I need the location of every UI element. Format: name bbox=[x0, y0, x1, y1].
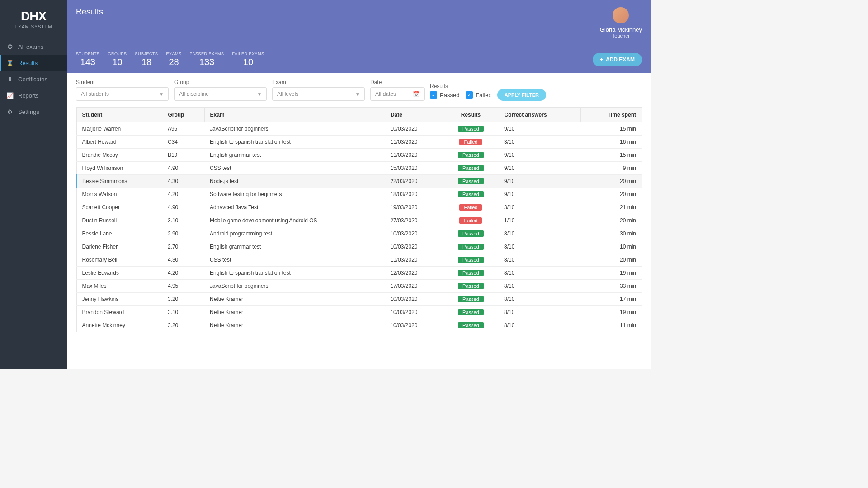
stat-box: EXAMS28 bbox=[166, 52, 182, 67]
stat-value: 133 bbox=[190, 57, 224, 67]
cell-student: Jenny Hawkins bbox=[76, 293, 162, 306]
table-row[interactable]: Jenny Hawkins3.20Nettie Kramer10/03/2020… bbox=[76, 293, 642, 306]
table-row[interactable]: Marjorie WarrenA95JavaScript for beginne… bbox=[76, 122, 642, 136]
table-row[interactable]: Brandon Steward3.10Nettie Kramer10/03/20… bbox=[76, 306, 642, 319]
cell-result: Failed bbox=[443, 214, 499, 227]
apply-filter-button[interactable]: APPLY FILTER bbox=[497, 89, 546, 101]
stat-label: FAILED EXAMS bbox=[232, 52, 264, 56]
table-row[interactable]: Max Miles4.95JavaScript for beginners17/… bbox=[76, 280, 642, 293]
table-row[interactable]: Darlene Fisher2.70English grammar test10… bbox=[76, 240, 642, 253]
table-row[interactable]: Morris Watson4.20Software testing for be… bbox=[76, 188, 642, 201]
table-row[interactable]: Rosemary Bell4.30CSS test11/03/2020Passe… bbox=[76, 253, 642, 267]
cell-time: 19 min bbox=[581, 306, 642, 319]
status-badge: Passed bbox=[458, 178, 484, 184]
cell-correct: 9/10 bbox=[499, 149, 581, 162]
cell-result: Passed bbox=[443, 319, 499, 332]
sidebar-item-reports[interactable]: 📈 Reports bbox=[0, 87, 67, 103]
stat-label: PASSED EXAMS bbox=[190, 52, 224, 56]
filter-label-date: Date bbox=[370, 79, 425, 85]
cell-group: 4.30 bbox=[162, 253, 204, 267]
plus-icon: + bbox=[600, 56, 603, 63]
th-results[interactable]: Results bbox=[443, 108, 499, 122]
sidebar-item-results[interactable]: ⌛ Results bbox=[0, 55, 67, 71]
student-select[interactable]: All students ▼ bbox=[76, 87, 169, 101]
passed-checkbox[interactable]: ✓ Passed bbox=[430, 91, 459, 99]
cell-student: Dustin Russell bbox=[76, 214, 162, 227]
date-select[interactable]: All dates 📅 bbox=[370, 87, 425, 101]
cell-date: 10/03/2020 bbox=[385, 122, 443, 136]
page-title: Results bbox=[76, 7, 103, 17]
table-row[interactable]: Bessie Simmmons4.30Node.js test22/03/202… bbox=[76, 175, 642, 188]
sliders-icon: ⚙ bbox=[6, 108, 14, 115]
table-row[interactable]: Brandie MccoyB19English grammar test11/0… bbox=[76, 149, 642, 162]
cell-correct: 1/10 bbox=[499, 214, 581, 227]
cell-date: 10/03/2020 bbox=[385, 319, 443, 332]
th-exam[interactable]: Exam bbox=[204, 108, 385, 122]
table-row[interactable]: Dustin Russell3.10Mobile game developmen… bbox=[76, 214, 642, 227]
table-row[interactable]: Albert HowardC34English to spanish trans… bbox=[76, 136, 642, 149]
sidebar-item-certificates[interactable]: ⬇ Certificates bbox=[0, 71, 67, 87]
th-correct[interactable]: Correct answers bbox=[499, 108, 581, 122]
stat-box: FAILED EXAMS10 bbox=[232, 52, 264, 67]
cell-result: Passed bbox=[443, 293, 499, 306]
failed-checkbox[interactable]: ✓ Failed bbox=[466, 91, 491, 99]
cell-exam: Nettie Kramer bbox=[204, 319, 385, 332]
cell-group: 4.30 bbox=[162, 175, 204, 188]
cell-exam: Nettie Kramer bbox=[204, 306, 385, 319]
table-row[interactable]: Scarlett Cooper4.90Adnavced Java Test19/… bbox=[76, 201, 642, 214]
cell-time: 20 min bbox=[581, 188, 642, 201]
cell-group: 4.20 bbox=[162, 188, 204, 201]
cell-group: 4.95 bbox=[162, 280, 204, 293]
hourglass-icon: ⌛ bbox=[6, 59, 14, 66]
cell-date: 15/03/2020 bbox=[385, 162, 443, 175]
main-content: Results Gloria Mckinney Teacher STUDENTS… bbox=[67, 0, 651, 369]
cell-time: 20 min bbox=[581, 253, 642, 267]
th-student[interactable]: Student bbox=[76, 108, 162, 122]
cell-correct: 3/10 bbox=[499, 201, 581, 214]
th-date[interactable]: Date bbox=[385, 108, 443, 122]
cell-date: 10/03/2020 bbox=[385, 240, 443, 253]
cell-student: Max Miles bbox=[76, 280, 162, 293]
cell-exam: CSS test bbox=[204, 253, 385, 267]
table-row[interactable]: Floyd Williamson4.90CSS test15/03/2020Pa… bbox=[76, 162, 642, 175]
cell-correct: 8/10 bbox=[499, 240, 581, 253]
filters-bar: Student All students ▼ Group All discipl… bbox=[67, 73, 651, 107]
status-badge: Passed bbox=[458, 309, 484, 315]
cell-correct: 8/10 bbox=[499, 280, 581, 293]
th-time[interactable]: Time spent bbox=[581, 108, 642, 122]
th-group[interactable]: Group bbox=[162, 108, 204, 122]
download-icon: ⬇ bbox=[6, 75, 14, 83]
cell-exam: English grammar test bbox=[204, 149, 385, 162]
cell-exam: English to spanish translation test bbox=[204, 136, 385, 149]
cell-date: 17/03/2020 bbox=[385, 280, 443, 293]
sidebar-item-all-exams[interactable]: ✪ All exams bbox=[0, 38, 67, 55]
cell-result: Passed bbox=[443, 227, 499, 240]
user-section[interactable]: Gloria Mckinney Teacher bbox=[600, 7, 642, 38]
cell-time: 10 min bbox=[581, 240, 642, 253]
sidebar-item-settings[interactable]: ⚙ Settings bbox=[0, 103, 67, 120]
cell-date: 11/03/2020 bbox=[385, 136, 443, 149]
table-row[interactable]: Bessie Lane2.90Android programming test1… bbox=[76, 227, 642, 240]
group-select[interactable]: All discipline ▼ bbox=[174, 87, 267, 101]
cell-group: 3.10 bbox=[162, 214, 204, 227]
cell-date: 11/03/2020 bbox=[385, 149, 443, 162]
cell-student: Leslie Edwards bbox=[76, 267, 162, 280]
cell-result: Passed bbox=[443, 149, 499, 162]
header: Results Gloria Mckinney Teacher STUDENTS… bbox=[67, 0, 651, 73]
cell-time: 16 min bbox=[581, 136, 642, 149]
cell-time: 20 min bbox=[581, 175, 642, 188]
status-badge: Passed bbox=[458, 322, 484, 328]
table-row[interactable]: Annette Mckinney3.20Nettie Kramer10/03/2… bbox=[76, 319, 642, 332]
cell-date: 19/03/2020 bbox=[385, 201, 443, 214]
logo-subtitle: EXAM SYSTEM bbox=[0, 24, 67, 29]
cell-student: Brandie Mccoy bbox=[76, 149, 162, 162]
cell-correct: 8/10 bbox=[499, 227, 581, 240]
cell-student: Marjorie Warren bbox=[76, 122, 162, 136]
cell-date: 10/03/2020 bbox=[385, 227, 443, 240]
cell-student: Annette Mckinney bbox=[76, 319, 162, 332]
status-badge: Passed bbox=[458, 296, 484, 302]
exam-select[interactable]: All levels ▼ bbox=[272, 87, 365, 101]
add-exam-button[interactable]: + ADD EXAM bbox=[593, 53, 642, 66]
table-row[interactable]: Leslie Edwards4.20English to spanish tra… bbox=[76, 267, 642, 280]
select-value: All levels bbox=[277, 91, 298, 97]
